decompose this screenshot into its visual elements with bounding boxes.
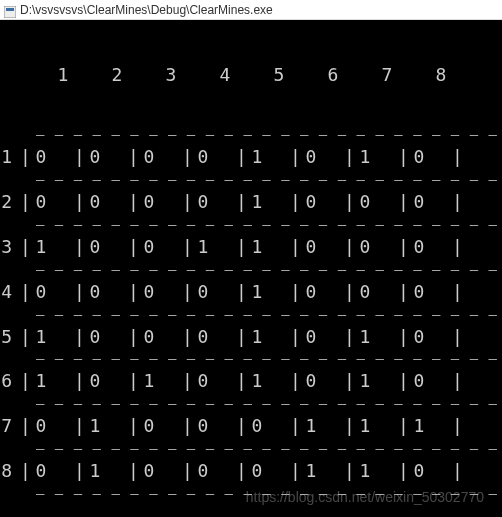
column-header: 7: [360, 64, 414, 86]
trailing-separator: |: [446, 281, 463, 303]
grid-cell: 1: [338, 460, 392, 482]
row-label: 3: [0, 236, 14, 258]
grid-cell: 1: [176, 236, 230, 258]
row-divider: — — — — — — — — — — — — — — — — — — — — …: [0, 171, 502, 188]
trailing-separator: |: [446, 236, 463, 258]
row-label: 5: [0, 326, 14, 348]
row-divider: — — — — — — — — — — — — — — — — — — — — …: [0, 216, 502, 233]
trailing-separator: |: [446, 415, 463, 437]
grid-cell: 1: [284, 415, 338, 437]
window-titlebar: D:\vsvsvsvs\ClearMines\Debug\ClearMines.…: [0, 0, 502, 20]
grid-row: 801000110|: [0, 459, 502, 483]
row-divider: — — — — — — — — — — — — — — — — — — — — …: [0, 350, 502, 367]
grid-cell: 1: [230, 326, 284, 348]
grid-cell: 1: [338, 370, 392, 392]
grid-row: 100001010|: [0, 145, 502, 169]
grid-cell: 0: [14, 460, 68, 482]
grid-row: 310011000|: [0, 235, 502, 259]
column-header: 3: [144, 64, 198, 86]
grid-cell: 1: [284, 460, 338, 482]
grid-cell: 1: [230, 370, 284, 392]
grid-cell: 0: [122, 460, 176, 482]
grid-cell: 1: [230, 191, 284, 213]
grid-cell: 0: [392, 370, 446, 392]
grid-cell: 0: [122, 191, 176, 213]
row-divider: — — — — — — — — — — — — — — — — — — — — …: [0, 395, 502, 412]
grid-cell: 0: [230, 460, 284, 482]
grid-cell: 0: [392, 146, 446, 168]
grid-cell: 0: [122, 146, 176, 168]
grid-cell: 1: [338, 326, 392, 348]
grid-cell: 0: [122, 281, 176, 303]
grid-cell: 1: [338, 415, 392, 437]
grid-cell: 0: [338, 236, 392, 258]
grid-cell: 0: [68, 236, 122, 258]
grid-cell: 0: [284, 281, 338, 303]
row-divider: — — — — — — — — — — — — — — — — — — — — …: [0, 440, 502, 457]
grid-cell: 0: [230, 415, 284, 437]
column-header: 2: [90, 64, 144, 86]
grid-cell: 1: [230, 281, 284, 303]
row-label: 4: [0, 281, 14, 303]
grid-cell: 0: [176, 370, 230, 392]
grid-cell: 0: [284, 370, 338, 392]
grid-cell: 0: [392, 281, 446, 303]
column-header: 5: [252, 64, 306, 86]
grid-cell: 0: [14, 146, 68, 168]
grid-cell: 0: [284, 236, 338, 258]
grid-cell: 1: [122, 370, 176, 392]
console-output: 12345678 — — — — — — — — — — — — — — — —…: [0, 20, 502, 517]
grid-cell: 0: [392, 236, 446, 258]
grid-cell: 0: [68, 370, 122, 392]
grid-cell: 0: [176, 191, 230, 213]
app-icon: [4, 4, 16, 16]
grid-cell: 0: [122, 236, 176, 258]
row-divider: — — — — — — — — — — — — — — — — — — — — …: [0, 485, 502, 502]
grid-cell: 1: [392, 415, 446, 437]
column-header: 6: [306, 64, 360, 86]
trailing-separator: |: [446, 326, 463, 348]
grid-cell: 0: [284, 191, 338, 213]
grid-cell: 0: [122, 415, 176, 437]
trailing-separator: |: [446, 146, 463, 168]
grid-cell: 1: [68, 460, 122, 482]
grid-cell: 0: [68, 191, 122, 213]
grid-cell: 0: [14, 191, 68, 213]
grid-cell: 0: [68, 326, 122, 348]
row-label: 2: [0, 191, 14, 213]
grid-cell: 0: [176, 326, 230, 348]
svg-rect-1: [6, 8, 14, 11]
column-header: 1: [36, 64, 90, 86]
grid-cell: 0: [338, 191, 392, 213]
row-divider: — — — — — — — — — — — — — — — — — — — — …: [0, 126, 502, 143]
grid-cell: 0: [14, 281, 68, 303]
trailing-separator: |: [446, 370, 463, 392]
grid-cell: 0: [68, 281, 122, 303]
grid-cell: 0: [68, 146, 122, 168]
grid-cell: 1: [14, 236, 68, 258]
grid-cell: 0: [392, 326, 446, 348]
row-divider: — — — — — — — — — — — — — — — — — — — — …: [0, 306, 502, 323]
grid-row: 701000111|: [0, 414, 502, 438]
grid-cell: 1: [68, 415, 122, 437]
grid-row: 200001000|: [0, 190, 502, 214]
row-label: 7: [0, 415, 14, 437]
grid-cell: 0: [176, 415, 230, 437]
window-title: D:\vsvsvsvs\ClearMines\Debug\ClearMines.…: [20, 0, 273, 20]
column-header: 8: [414, 64, 468, 86]
grid-row: 400001000|: [0, 280, 502, 304]
grid-cell: 1: [338, 146, 392, 168]
grid-cell: 0: [176, 146, 230, 168]
grid-cell: 0: [338, 281, 392, 303]
grid-cell: 1: [230, 236, 284, 258]
row-divider: — — — — — — — — — — — — — — — — — — — — …: [0, 261, 502, 278]
grid-column-headers: 12345678: [0, 64, 502, 86]
grid-cell: 0: [14, 415, 68, 437]
trailing-separator: |: [446, 460, 463, 482]
trailing-separator: |: [446, 191, 463, 213]
grid-cell: 1: [14, 326, 68, 348]
grid-row: 610101010|: [0, 369, 502, 393]
row-label: 6: [0, 370, 14, 392]
grid-cell: 0: [392, 191, 446, 213]
grid-cell: 0: [176, 281, 230, 303]
